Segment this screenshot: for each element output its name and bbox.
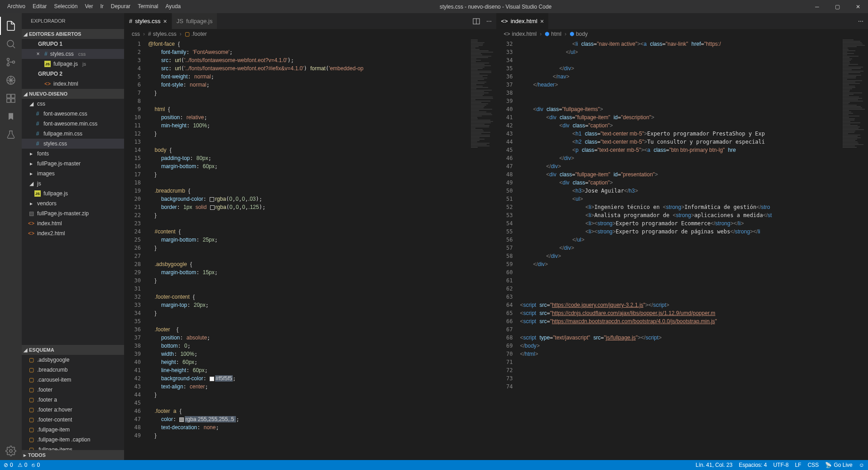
outline-item[interactable]: ▢.fullpage-item .caption xyxy=(22,435,124,445)
settings-icon[interactable] xyxy=(0,442,22,460)
outline-item[interactable]: ▢.footer-content xyxy=(22,415,124,425)
open-editors-header[interactable]: ◢EDITORES ABIERTOS xyxy=(22,29,124,39)
tree-item-fullpage-js[interactable]: JSfullpage.js xyxy=(22,189,124,199)
symbol-icon: ▢ xyxy=(28,397,34,403)
status-lang[interactable]: CSS xyxy=(808,462,819,468)
outline-item[interactable]: ▢.footer a xyxy=(22,395,124,405)
tab-styles-css[interactable]: #styles.css× xyxy=(125,13,172,29)
tree-item-styles-css[interactable]: #styles.css xyxy=(22,139,124,149)
minimize-icon[interactable]: ─ xyxy=(807,0,827,13)
project-header[interactable]: ◢NUEVO-DISENO xyxy=(22,89,124,99)
html-icon: <> xyxy=(28,230,34,237)
menu-file[interactable]: Archivo xyxy=(4,0,29,13)
status-warnings[interactable]: ⚠ 0 xyxy=(18,462,28,468)
open-editor-fullpage-js[interactable]: ×JSfullpage.jsjs xyxy=(22,59,124,69)
minimap[interactable] xyxy=(469,39,496,460)
tree-item-js[interactable]: ◢js xyxy=(22,179,124,189)
symbol-icon: ▢ xyxy=(28,436,34,443)
editor-group-1: #styles.css× JSfullpage.js ⋯ css› # styl… xyxy=(124,13,496,460)
folder-icon: ▸ xyxy=(28,160,34,167)
symbol-icon: ▢ xyxy=(28,426,34,433)
svg-rect-5 xyxy=(7,94,10,98)
tree-item-font-awesome-min-css[interactable]: #font-awesome.min.css xyxy=(22,119,124,129)
menu-terminal[interactable]: Terminal xyxy=(134,0,162,13)
more-actions-icon[interactable]: ⋯ xyxy=(858,18,863,24)
tree-item-fullpage-js-master-zip[interactable]: ▤fullPage.js-master.zip xyxy=(22,208,124,218)
status-spaces[interactable]: Espacios: 4 xyxy=(739,462,767,468)
code-editor-2[interactable]: <li class="nav-item active"><a class="na… xyxy=(519,39,841,460)
folder-open-icon: ◢ xyxy=(28,101,34,107)
tree-item-font-awesome-css[interactable]: #font-awesome.css xyxy=(22,109,124,119)
debug-icon[interactable] xyxy=(0,71,22,89)
breadcrumbs-2[interactable]: <> index.html› ⬢ html› ⬢ body xyxy=(497,29,868,39)
tree-item-images[interactable]: ▸images xyxy=(22,169,124,179)
split-editor-icon[interactable] xyxy=(473,18,480,25)
js-file-icon: JS xyxy=(34,190,41,197)
tab-fullpage-js[interactable]: JSfullpage.js xyxy=(172,13,218,29)
status-encoding[interactable]: UTF-8 xyxy=(773,462,789,468)
tree-item-fullpage-js-master[interactable]: ▸fullPage.js-master xyxy=(22,159,124,169)
css-icon: # xyxy=(34,131,41,137)
test-icon[interactable] xyxy=(0,126,22,144)
breadcrumbs-1[interactable]: css› # styles.css› ▢ .footer xyxy=(125,29,496,39)
open-editor-styles-css[interactable]: ×#styles.csscss xyxy=(22,49,124,59)
menu-help[interactable]: Ayuda xyxy=(162,0,184,13)
menu-edit[interactable]: Editar xyxy=(29,0,50,13)
tab-index-html[interactable]: <>index.html× xyxy=(497,13,549,29)
status-port[interactable]: ⎋ 0 xyxy=(32,462,40,468)
status-bar: ⊘ 0 ⚠ 0 ⎋ 0 Lín. 41, Col. 23 Espacios: 4… xyxy=(0,460,868,470)
todos-header[interactable]: ▸TODOS xyxy=(22,450,124,460)
tabs-group-1: #styles.css× JSfullpage.js ⋯ xyxy=(125,13,496,29)
close-icon[interactable]: ✕ xyxy=(848,0,868,13)
folder-open-icon: ◢ xyxy=(28,180,34,187)
menu-debug[interactable]: Depurar xyxy=(107,0,134,13)
svg-point-3 xyxy=(13,61,15,63)
outline-item[interactable]: ▢.breadcrumb xyxy=(22,365,124,375)
editor-group-2: <>index.html× ⋯ <> index.html› ⬢ html› ⬢… xyxy=(496,13,868,460)
tree-item-fonts[interactable]: ▸fonts xyxy=(22,149,124,159)
code-editor-1[interactable]: @font-face { font-family: 'FontAwesome';… xyxy=(147,39,469,460)
close-icon[interactable]: × xyxy=(540,18,544,25)
group-2-header: GRUPO 2 xyxy=(22,69,124,79)
explorer-icon[interactable] xyxy=(0,17,22,35)
close-icon[interactable]: × xyxy=(163,18,167,25)
outline-item[interactable]: ▢.adsbygoogle xyxy=(22,355,124,365)
outline-item[interactable]: ▢.carousel-item xyxy=(22,375,124,385)
window-controls: ─ ▢ ✕ xyxy=(807,0,868,13)
tree-item-fullpage-min-css[interactable]: #fullpage.min.css xyxy=(22,129,124,139)
tree-item-index2-html[interactable]: <>index2.html xyxy=(22,228,124,238)
outline-item[interactable]: ▢.fullpage-items xyxy=(22,445,124,450)
status-errors[interactable]: ⊘ 0 xyxy=(4,462,13,468)
tree-item-index-html[interactable]: <>index.html xyxy=(22,218,124,228)
titlebar: Archivo Editar Selección Ver Ir Depurar … xyxy=(0,0,868,13)
extensions-icon[interactable] xyxy=(0,89,22,107)
menu-view[interactable]: Ver xyxy=(81,0,96,13)
outline-header[interactable]: ◢ESQUEMA xyxy=(22,345,124,355)
css-file-icon: # xyxy=(129,18,132,24)
status-eol[interactable]: LF xyxy=(795,462,801,468)
symbol-icon: ▢ xyxy=(28,367,34,373)
minimap[interactable] xyxy=(841,39,868,460)
menu-selection[interactable]: Selección xyxy=(50,0,81,13)
more-actions-icon[interactable]: ⋯ xyxy=(486,18,492,24)
svg-rect-6 xyxy=(7,99,10,102)
search-icon[interactable] xyxy=(0,35,22,53)
status-feedback-icon[interactable]: ☺ xyxy=(859,462,864,468)
source-control-icon[interactable] xyxy=(0,53,22,71)
maximize-icon[interactable]: ▢ xyxy=(827,0,848,13)
outline-item[interactable]: ▢.footer a:hover xyxy=(22,405,124,415)
svg-point-1 xyxy=(7,58,10,61)
tree-item-css[interactable]: ◢css xyxy=(22,99,124,109)
status-position[interactable]: Lín. 41, Col. 23 xyxy=(695,462,732,468)
close-icon[interactable]: × xyxy=(34,51,42,57)
menu-go[interactable]: Ir xyxy=(96,0,107,13)
open-editor-index-html[interactable]: ×<>index.html xyxy=(22,79,124,89)
svg-rect-7 xyxy=(11,99,15,102)
symbol-icon: ▢ xyxy=(28,377,34,383)
group-1-header: GRUPO 1 xyxy=(22,39,124,49)
outline-item[interactable]: ▢.fullpage-item xyxy=(22,425,124,435)
tree-item-vendors[interactable]: ▸vendors xyxy=(22,199,124,208)
status-golive[interactable]: 📡 Go Live xyxy=(825,462,852,468)
outline-item[interactable]: ▢.footer xyxy=(22,385,124,395)
bookmark-icon[interactable] xyxy=(0,107,22,126)
